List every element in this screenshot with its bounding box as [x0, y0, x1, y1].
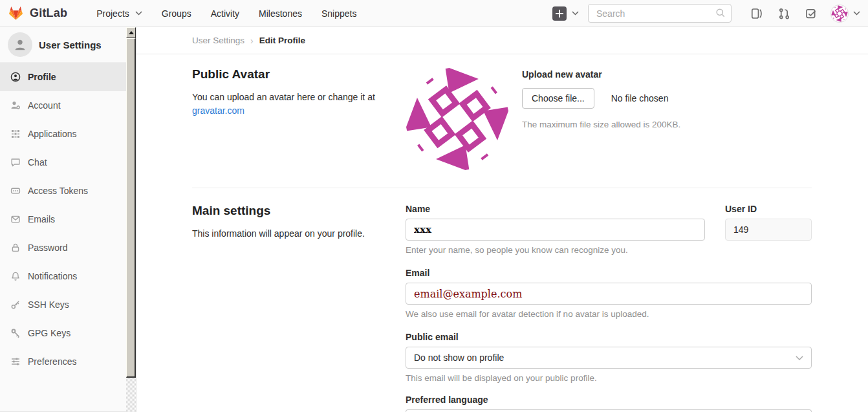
- user-id-input: [725, 219, 812, 241]
- chat-icon: [10, 157, 21, 168]
- user-settings-avatar-icon: [8, 32, 32, 57]
- main-settings-section: Main settings This information will appe…: [192, 188, 812, 412]
- sidebar-item-gpg-keys[interactable]: GPG Keys: [0, 319, 127, 347]
- chevron-down-icon: [135, 11, 142, 16]
- settings-sidebar: User Settings Profile Account: [0, 27, 136, 412]
- gpg-key-icon: [10, 328, 21, 338]
- account-icon: [10, 100, 21, 111]
- sidebar-item-notifications[interactable]: Notifications: [0, 262, 127, 290]
- sidebar-item-chat[interactable]: Chat: [0, 148, 127, 177]
- breadcrumb-current: Edit Profile: [259, 36, 305, 45]
- gitlab-home-link[interactable]: GitLab: [8, 6, 67, 21]
- sidebar-title: User Settings: [39, 39, 102, 50]
- public-email-selected-value: Do not show on profile: [414, 352, 504, 363]
- password-lock-icon: [10, 243, 21, 253]
- email-help-text: We also use email for avatar detection i…: [406, 309, 812, 319]
- section-title-main-settings: Main settings: [192, 204, 406, 218]
- main-content: User Settings › Edit Profile Public Avat…: [136, 27, 868, 412]
- max-file-size-help: The maximum file size allowed is 200KB.: [522, 120, 680, 129]
- access-tokens-icon: [10, 186, 21, 196]
- nav-snippets[interactable]: Snippets: [312, 0, 366, 27]
- upload-new-avatar-label: Upload new avatar: [522, 69, 680, 80]
- sidebar-item-ssh-keys[interactable]: SSH Keys: [0, 290, 127, 319]
- sidebar-item-preferences[interactable]: Preferences: [0, 347, 127, 376]
- section-title-public-avatar: Public Avatar: [192, 67, 406, 81]
- gitlab-logo-icon: [8, 6, 24, 21]
- sidebar-item-emails[interactable]: Emails: [0, 205, 127, 233]
- chevron-down-icon: [853, 11, 860, 16]
- preferred-language-select[interactable]: [406, 409, 812, 412]
- merge-request-icon[interactable]: [778, 8, 790, 19]
- name-label: Name: [406, 204, 705, 214]
- preferred-language-label: Preferred language: [406, 395, 812, 405]
- nav-activity[interactable]: Activity: [201, 0, 249, 27]
- sidebar-item-access-tokens[interactable]: Access Tokens: [0, 177, 127, 205]
- navbar-right: [552, 4, 860, 23]
- todo-done-icon[interactable]: [805, 8, 817, 19]
- scrollbar-up-button[interactable]: [126, 27, 136, 38]
- sidebar-item-profile[interactable]: Profile: [0, 63, 127, 91]
- public-email-label: Public email: [406, 332, 812, 342]
- primary-nav: Projects Groups Activity Milestones Snip…: [87, 0, 366, 27]
- name-input[interactable]: [406, 219, 705, 241]
- notifications-bell-icon: [10, 271, 21, 281]
- search-input[interactable]: [588, 4, 732, 23]
- public-email-help-text: This email will be displayed on your pub…: [406, 373, 812, 383]
- scrollbar-thumb[interactable]: [126, 38, 136, 378]
- profile-icon: [10, 72, 21, 82]
- sidebar-scrollbar[interactable]: [126, 27, 136, 412]
- breadcrumb-user-settings-link[interactable]: User Settings: [192, 36, 244, 45]
- avatar-description: You can upload an avatar here or change …: [192, 91, 380, 118]
- issues-icon[interactable]: [751, 8, 763, 19]
- name-help-text: Enter your name, so people you know can …: [406, 245, 705, 255]
- sidebar-header: User Settings: [0, 27, 127, 63]
- user-id-label: User ID: [725, 204, 812, 214]
- user-avatar: [831, 5, 848, 22]
- public-avatar-section: Public Avatar You can upload an avatar h…: [192, 54, 812, 171]
- gravatar-link[interactable]: gravatar.com: [192, 105, 244, 116]
- breadcrumb-separator: ›: [250, 36, 254, 46]
- top-navbar: GitLab Projects Groups Activity Mileston…: [0, 0, 868, 27]
- main-settings-description: This information will appear on your pro…: [192, 227, 380, 241]
- preferences-sliders-icon: [10, 356, 21, 367]
- sidebar-item-account[interactable]: Account: [0, 91, 127, 120]
- nav-milestones[interactable]: Milestones: [249, 0, 312, 27]
- public-email-select[interactable]: Do not show on profile: [406, 347, 812, 369]
- sidebar-item-applications[interactable]: Applications: [0, 120, 127, 148]
- search-icon: [715, 8, 726, 18]
- sidebar-item-password[interactable]: Password: [0, 233, 127, 262]
- email-label: Email: [406, 268, 812, 278]
- no-file-chosen-text: No file chosen: [611, 93, 669, 103]
- chevron-down-icon[interactable]: [572, 11, 579, 16]
- user-menu[interactable]: [831, 5, 860, 22]
- breadcrumb: User Settings › Edit Profile: [136, 27, 868, 54]
- applications-icon: [10, 129, 21, 139]
- email-input[interactable]: [406, 283, 812, 305]
- choose-file-button[interactable]: Choose file...: [522, 88, 594, 109]
- brand-name: GitLab: [30, 6, 67, 20]
- nav-projects[interactable]: Projects: [87, 0, 152, 27]
- emails-icon: [10, 214, 21, 224]
- profile-identicon-avatar: [406, 67, 509, 171]
- chevron-down-icon: [796, 356, 803, 361]
- nav-groups[interactable]: Groups: [152, 0, 201, 27]
- ssh-key-icon: [10, 299, 21, 310]
- new-plus-button[interactable]: [552, 6, 567, 21]
